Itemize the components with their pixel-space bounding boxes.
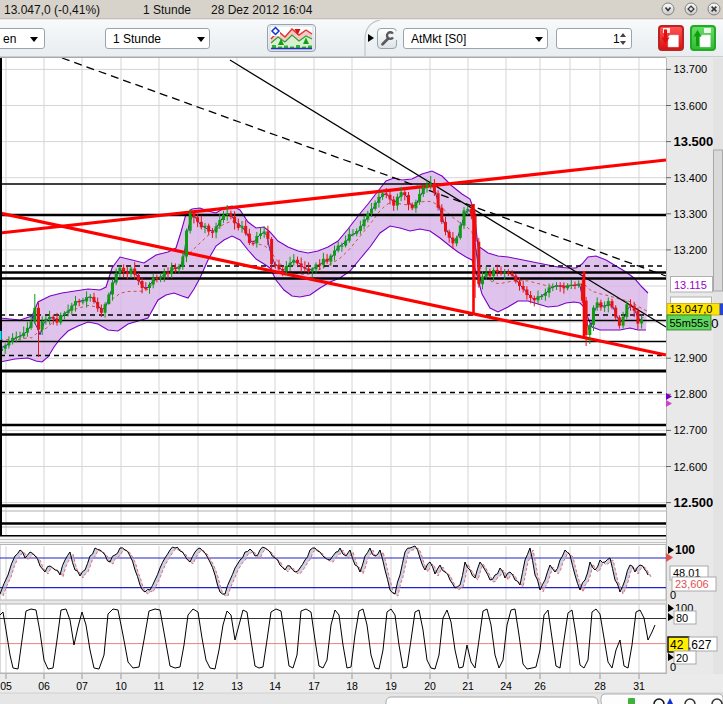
- svg-text:10: 10: [115, 680, 127, 692]
- svg-text:17: 17: [308, 680, 320, 692]
- svg-text:13.047,0: 13.047,0: [670, 303, 713, 315]
- svg-text:0: 0: [670, 661, 676, 673]
- svg-text:100: 100: [675, 543, 695, 557]
- svg-text:12.500: 12.500: [674, 495, 714, 510]
- svg-text:0: 0: [670, 589, 676, 601]
- svg-text:13.700: 13.700: [674, 63, 708, 75]
- svg-text:13.500: 13.500: [674, 134, 714, 149]
- svg-text:06: 06: [38, 680, 50, 692]
- svg-text:11: 11: [154, 680, 165, 692]
- svg-text:12.600: 12.600: [674, 461, 708, 473]
- svg-text:07: 07: [76, 680, 88, 692]
- svg-text:55m55s: 55m55s: [670, 317, 710, 329]
- svg-text:20: 20: [424, 680, 436, 692]
- svg-text:05: 05: [0, 680, 12, 692]
- svg-text:13.600: 13.600: [674, 100, 708, 112]
- svg-text:21: 21: [462, 680, 474, 692]
- svg-text:28: 28: [594, 680, 606, 692]
- svg-text:19: 19: [385, 680, 397, 692]
- svg-text:12.800: 12.800: [674, 388, 708, 400]
- svg-text:12.900: 12.900: [674, 352, 708, 364]
- svg-text:12: 12: [192, 680, 204, 692]
- svg-text:18: 18: [346, 680, 358, 692]
- svg-text:13: 13: [231, 680, 243, 692]
- svg-text:0: 0: [711, 316, 719, 331]
- svg-text:14: 14: [269, 680, 281, 692]
- svg-text:23,606: 23,606: [675, 578, 709, 590]
- svg-text:24: 24: [500, 680, 512, 692]
- svg-text:42: 42: [670, 638, 684, 652]
- svg-text:13.200: 13.200: [674, 244, 708, 256]
- svg-text:13.400: 13.400: [674, 172, 708, 184]
- svg-text:26: 26: [534, 680, 546, 692]
- svg-text:13.115: 13.115: [674, 279, 707, 291]
- svg-text:,627: ,627: [688, 638, 712, 652]
- svg-text:80: 80: [676, 612, 688, 624]
- svg-text:13.300: 13.300: [674, 208, 708, 220]
- svg-text:12.700: 12.700: [674, 424, 708, 436]
- svg-text:20: 20: [676, 652, 688, 664]
- svg-text:31: 31: [633, 680, 645, 692]
